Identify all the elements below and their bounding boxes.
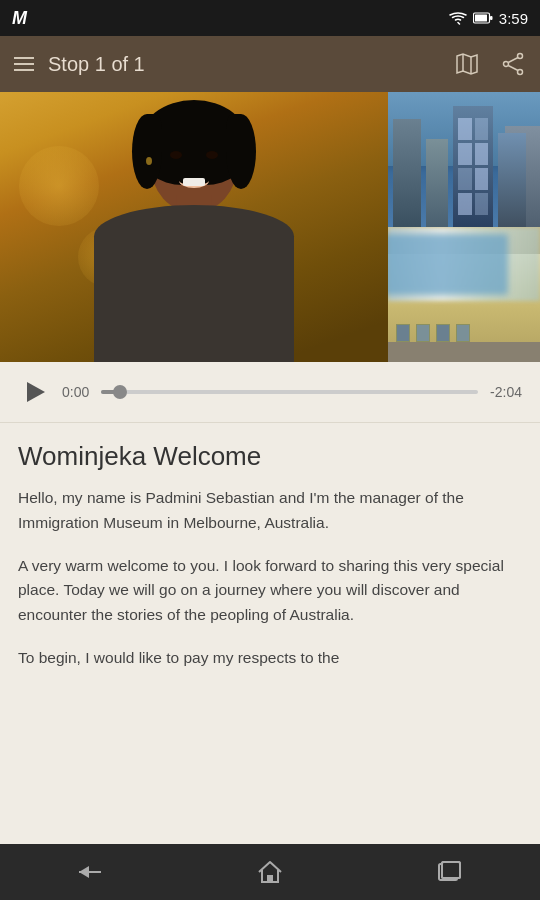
audio-track[interactable]	[101, 390, 478, 394]
recents-icon	[437, 860, 463, 884]
paragraph-1: Hello, my name is Padmini Sebastian and …	[18, 486, 522, 536]
status-bar-left: M	[12, 8, 27, 29]
wifi-icon	[449, 12, 467, 25]
svg-rect-1	[475, 15, 487, 22]
play-icon	[27, 382, 45, 402]
street-photo	[388, 227, 540, 362]
gmail-icon: M	[12, 8, 27, 29]
city-buildings-photo	[388, 92, 540, 227]
svg-rect-12	[442, 862, 460, 878]
audio-player: 0:00 -2:04	[0, 362, 540, 423]
person-photo	[0, 92, 388, 362]
svg-rect-10	[267, 875, 273, 882]
audio-scrubber[interactable]	[113, 385, 127, 399]
svg-point-6	[518, 70, 523, 75]
map-icon[interactable]	[454, 51, 480, 77]
play-button[interactable]	[18, 376, 50, 408]
battery-icon	[473, 12, 493, 24]
paragraph-3: To begin, I would like to pay my respect…	[18, 646, 522, 671]
app-bar-title: Stop 1 of 1	[48, 53, 454, 76]
image-section	[0, 92, 540, 362]
svg-point-7	[504, 62, 509, 67]
city-photos	[388, 92, 540, 362]
content-area: Wominjeka Welcome Hello, my name is Padm…	[0, 423, 540, 844]
app-bar: Stop 1 of 1	[0, 36, 540, 92]
bottom-nav	[0, 844, 540, 900]
status-time: 3:59	[499, 10, 528, 27]
home-icon	[257, 860, 283, 884]
back-button[interactable]	[60, 852, 120, 892]
svg-line-8	[508, 58, 518, 63]
paragraph-2: A very warm welcome to you. I look forwa…	[18, 554, 522, 628]
menu-icon[interactable]	[14, 57, 34, 71]
content-body: Hello, my name is Padmini Sebastian and …	[18, 486, 522, 671]
svg-rect-2	[490, 16, 493, 20]
svg-line-9	[508, 66, 518, 71]
home-button[interactable]	[240, 852, 300, 892]
status-bar-right: 3:59	[449, 10, 528, 27]
audio-time-start: 0:00	[62, 384, 89, 400]
back-arrow-icon	[79, 864, 101, 880]
status-bar: M 3:59	[0, 0, 540, 36]
app-bar-actions	[454, 51, 526, 77]
svg-point-5	[518, 54, 523, 59]
share-icon[interactable]	[500, 51, 526, 77]
audio-time-end: -2:04	[490, 384, 522, 400]
recents-button[interactable]	[420, 852, 480, 892]
content-title: Wominjeka Welcome	[18, 441, 522, 472]
